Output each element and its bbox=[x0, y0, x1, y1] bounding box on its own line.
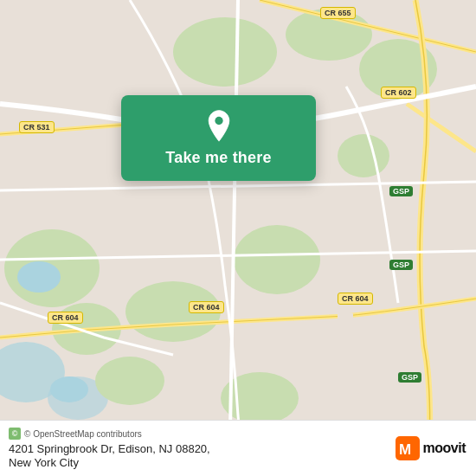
road-label-cr602: CR 602 bbox=[381, 87, 416, 99]
moovit-logo: M moovit bbox=[396, 436, 466, 460]
osm-credit-text: © OpenStreetMap contributors bbox=[24, 429, 142, 439]
road-label-cr531: CR 531 bbox=[19, 121, 55, 133]
svg-line-18 bbox=[407, 104, 476, 151]
location-pin-icon bbox=[203, 109, 235, 142]
moovit-icon: M bbox=[396, 436, 420, 460]
road-label-gsp3: GSP bbox=[398, 372, 421, 383]
osm-logo: © bbox=[9, 428, 21, 440]
svg-point-10 bbox=[95, 357, 164, 405]
map-container: CR 655 CR 531 CR 602 CR 6 CR 604 CR 604 … bbox=[0, 0, 476, 476]
osm-credit: © © OpenStreetMap contributors bbox=[9, 428, 210, 440]
svg-text:M: M bbox=[399, 441, 411, 458]
take-me-there-button[interactable]: Take me there bbox=[165, 147, 271, 169]
svg-point-24 bbox=[215, 117, 222, 125]
address-section: © © OpenStreetMap contributors 4201 Spri… bbox=[9, 428, 210, 469]
svg-point-13 bbox=[50, 376, 88, 402]
road-label-cr604a: CR 604 bbox=[48, 312, 83, 324]
road-label-gsp2: GSP bbox=[389, 260, 413, 270]
map-roads-svg bbox=[0, 0, 476, 476]
svg-point-4 bbox=[173, 17, 277, 87]
moovit-text: moovit bbox=[423, 441, 466, 456]
take-me-there-card: Take me there bbox=[121, 95, 316, 181]
svg-point-7 bbox=[338, 134, 389, 177]
road-label-cr655: CR 655 bbox=[320, 7, 356, 19]
road-label-cr604b: CR 604 bbox=[189, 301, 224, 313]
bottom-bar: © © OpenStreetMap contributors 4201 Spri… bbox=[0, 420, 476, 476]
road-label-gsp1: GSP bbox=[389, 186, 413, 196]
address-line1: 4201 Springbrook Dr, Edison, NJ 08820, bbox=[9, 442, 210, 455]
address-line2: New York City bbox=[9, 456, 210, 469]
road-label-cr604c: CR 604 bbox=[338, 293, 373, 305]
svg-point-8 bbox=[234, 225, 320, 294]
svg-rect-23 bbox=[338, 313, 353, 325]
svg-point-12 bbox=[17, 261, 61, 293]
